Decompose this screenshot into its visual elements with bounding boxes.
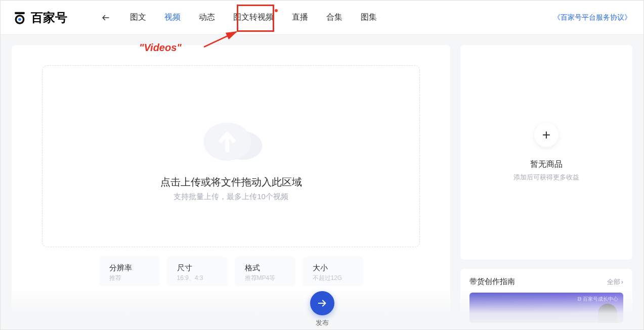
notification-dot-icon (275, 9, 278, 12)
logo[interactable]: 百家号 (13, 10, 67, 26)
guide-all-label: 全部 (607, 277, 620, 287)
tab-article[interactable]: 图文 (130, 10, 146, 25)
spec-format: 格式 推荐MP4等 (235, 256, 295, 287)
guide-banner-brand: ᗷ 百家号成长中心 (578, 296, 618, 303)
right-panel: + 暂无商品 添加后可获得更多收益 带货创作指南 全部 › ᗷ 百家号成长中心 (460, 45, 632, 329)
upload-panel: 点击上传或将文件拖动入此区域 支持批量上传，最多上传10个视频 分辨率 推荐 尺… (12, 45, 450, 329)
upload-title: 点击上传或将文件拖动入此区域 (160, 175, 302, 189)
tab-label: 图文转视频 (233, 13, 274, 21)
spec-label: 分辨率 (109, 263, 150, 273)
service-agreement-link[interactable]: 《百家号平台服务协议》 (553, 13, 631, 22)
tab-gallery[interactable]: 图集 (361, 10, 377, 25)
publish-button[interactable] (310, 291, 334, 315)
svg-point-2 (18, 18, 21, 21)
spec-dimensions: 尺寸 16:9、4:3 (167, 256, 228, 287)
header: 百家号 图文 视频 动态 图文转视频 直播 合集 图集 《百家号平台服务协议》 (1, 1, 643, 35)
spec-value: 16:9、4:3 (177, 274, 218, 282)
spec-resolution: 分辨率 推荐 (99, 256, 160, 287)
tab-video[interactable]: 视频 (164, 10, 181, 25)
tab-live[interactable]: 直播 (292, 10, 308, 25)
upload-subtitle: 支持批量上传，最多上传10个视频 (174, 192, 288, 202)
spec-label: 尺寸 (177, 263, 218, 273)
plus-icon: + (542, 127, 550, 143)
avatar-icon (598, 304, 617, 323)
add-goods-button[interactable]: + (534, 123, 559, 147)
tabs: 图文 视频 动态 图文转视频 直播 合集 图集 (130, 10, 377, 25)
goods-title: 暂无商品 (530, 159, 563, 170)
spec-value: 推荐 (109, 274, 150, 282)
spec-size: 大小 不超过12G (303, 256, 363, 287)
cloud-upload-icon (191, 111, 272, 166)
back-button[interactable] (98, 10, 114, 26)
spec-label: 格式 (245, 263, 285, 273)
spec-value: 不超过12G (313, 274, 353, 282)
annotation-text: "Videos" (139, 42, 182, 54)
guide-card: 带货创作指南 全部 › ᗷ 百家号成长中心 (460, 269, 632, 329)
tab-moments[interactable]: 动态 (199, 10, 215, 25)
logo-text: 百家号 (31, 10, 67, 26)
tab-collection[interactable]: 合集 (326, 10, 342, 25)
guide-header: 带货创作指南 全部 › (469, 277, 623, 287)
guide-banner[interactable]: ᗷ 百家号成长中心 (469, 293, 623, 323)
tab-article-to-video[interactable]: 图文转视频 (233, 10, 274, 25)
svg-rect-0 (15, 12, 25, 14)
arrow-right-icon (317, 298, 328, 309)
spec-label: 大小 (313, 263, 353, 273)
main-content: 点击上传或将文件拖动入此区域 支持批量上传，最多上传10个视频 分辨率 推荐 尺… (1, 35, 643, 329)
guide-all-link[interactable]: 全部 › (607, 277, 623, 287)
spec-row: 分辨率 推荐 尺寸 16:9、4:3 格式 推荐MP4等 大小 不超过12G (42, 256, 420, 287)
goods-card: + 暂无商品 添加后可获得更多收益 (460, 45, 632, 260)
logo-icon (13, 11, 27, 25)
guide-title: 带货创作指南 (469, 277, 515, 287)
chevron-right-icon: › (621, 278, 623, 286)
upload-dropzone[interactable]: 点击上传或将文件拖动入此区域 支持批量上传，最多上传10个视频 (42, 65, 420, 247)
spec-value: 推荐MP4等 (245, 274, 285, 282)
goods-subtitle: 添加后可获得更多收益 (513, 173, 579, 182)
arrow-left-icon (101, 13, 110, 22)
